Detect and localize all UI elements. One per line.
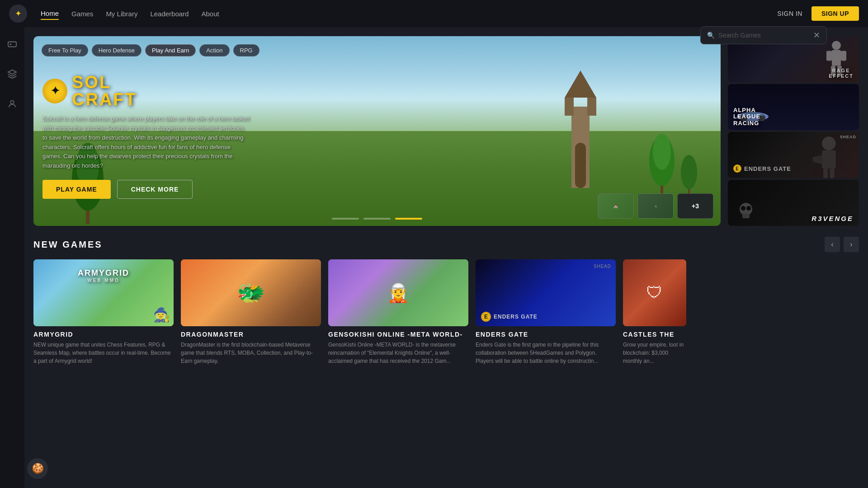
game-card-endersgate[interactable]: E ENDERS GATE 5HEAD ENDERS GATE Enders G… [476, 259, 616, 365]
dragonmaster-desc: DragonMaster is the first blockchain-bas… [181, 341, 321, 365]
gensokishi-char-icon: 🧝 [328, 259, 468, 326]
hero-description: Solcraft is a hero defense game where pl… [42, 114, 250, 171]
dragonmaster-thumb: 🐲 [181, 259, 321, 326]
new-games-title: NEW GAMES [33, 239, 103, 250]
svg-rect-29 [742, 214, 750, 218]
nav-links: Home Games My Library Leaderboard About [41, 8, 750, 20]
hero-dot-3[interactable] [395, 218, 422, 220]
hero-banner: Free To Play Hero Defense Play And Earn … [33, 36, 721, 226]
nav-prev-button[interactable]: ‹ [825, 237, 840, 252]
nav-next-button[interactable]: › [844, 237, 859, 252]
armygrid-sub-label: WEB MMO [78, 278, 129, 283]
enders-title-text: ENDERS GATE [744, 165, 791, 172]
nav-right: SIGN IN SIGN UP [777, 6, 859, 21]
solcraft-logo-symbol: ✦ [51, 84, 60, 97]
hero-castle-decoration [540, 70, 621, 190]
sidebar-person-icon[interactable] [4, 96, 20, 112]
svg-rect-18 [841, 51, 846, 61]
endersgate-logo-circle: E [481, 312, 491, 322]
enders-title: E ENDERS GATE [733, 164, 791, 173]
hero-dot-1[interactable] [332, 218, 359, 220]
castles-name: CASTLES THE [623, 331, 686, 338]
tag-free-to-play[interactable]: Free To Play [42, 44, 88, 56]
endersgate-desc: Enders Gate is the first game in the pip… [476, 341, 616, 365]
alpha-title: ALPHA LEAGUE RACING [733, 107, 760, 127]
revenge-bg: R3VENGE [728, 180, 859, 226]
svg-point-24 [822, 136, 836, 150]
play-game-button[interactable]: PLAY GAME [42, 180, 111, 199]
alpha-title-line3: RACING [733, 120, 760, 127]
search-input[interactable] [718, 32, 810, 39]
svg-rect-3 [565, 98, 574, 116]
dragonmaster-name: DRAGONMASTER [181, 331, 321, 338]
revenge-title: R3VENGE [811, 215, 854, 222]
game-card-gensokishi[interactable]: 🧝 GENSOKISHI ONLINE -META WORLD- GensoKi… [328, 259, 468, 365]
hero-thumb-more[interactable]: +3 [677, 193, 713, 219]
svg-rect-26 [823, 169, 828, 178]
hero-buttons: PLAY GAME CHECK MORE [42, 180, 250, 199]
cookie-button[interactable]: 🍪 [27, 458, 48, 479]
svg-point-30 [741, 206, 745, 211]
gensokishi-desc: GensoKishi Online -META WORLD- is the me… [328, 341, 468, 365]
nav-logo[interactable]: ✦ [9, 5, 27, 23]
search-icon: 🔍 [707, 32, 715, 39]
svg-marker-5 [565, 70, 596, 98]
svg-point-15 [832, 41, 841, 50]
hero-game-info: ✦ SOL CRAFT Solcraft is a hero defense g… [42, 74, 250, 199]
gensokishi-name: GENSOKISHI ONLINE -META WORLD- [328, 331, 468, 338]
topnav: ✦ Home Games My Library Leaderboard Abou… [0, 0, 868, 27]
hero-container: Free To Play Hero Defense Play And Earn … [24, 27, 868, 226]
tag-rpg[interactable]: RPG [233, 44, 259, 56]
rage-title-main: RAGE [829, 68, 854, 73]
tag-play-earn[interactable]: Play And Earn [145, 44, 196, 56]
hero-thumb-2-label: ⚔ [654, 204, 657, 208]
solcraft-title: SOL [72, 74, 137, 91]
revenge-skull-icon [737, 202, 755, 222]
game-card-castles[interactable]: 🛡 CASTLES THE Grow your empire, loot in … [623, 259, 686, 365]
nav-about[interactable]: About [201, 8, 219, 19]
enders-bg-sidebar: 5HEAD E ENDERS GATE [728, 132, 859, 178]
sidebar-game-revenge[interactable]: R3VENGE [728, 180, 859, 226]
game-card-dragonmaster[interactable]: 🐲 DRAGONMASTER DragonMaster is the first… [181, 259, 321, 365]
hero-thumb-2[interactable]: ⚔ [637, 193, 674, 219]
svg-point-11 [681, 155, 697, 189]
svg-rect-25 [822, 150, 836, 169]
nav-library[interactable]: My Library [106, 8, 137, 19]
endersgate-thumb: E ENDERS GATE 5HEAD [476, 259, 616, 326]
check-more-button[interactable]: CHECK MORE [117, 180, 193, 199]
castles-char-icon: 🛡 [623, 259, 686, 326]
new-games-section: NEW GAMES ‹ › ARMYGRID WEB MMO 🧙 [24, 226, 868, 365]
svg-rect-6 [575, 143, 586, 188]
svg-rect-17 [826, 51, 832, 61]
section-nav-buttons: ‹ › [825, 237, 859, 252]
game-card-armygrid[interactable]: ARMYGRID WEB MMO 🧙 ARMYGRID NEW unique g… [33, 259, 174, 365]
hero-thumb-2-bg: ⚔ [638, 194, 673, 218]
svg-rect-4 [587, 98, 596, 116]
sidebar-game-enders[interactable]: 5HEAD E ENDERS GATE [728, 132, 859, 178]
sidebar-controller-icon[interactable] [4, 66, 20, 82]
tag-action[interactable]: Action [199, 44, 229, 56]
tag-hero-defense[interactable]: Hero Defense [92, 44, 142, 56]
search-close-icon[interactable]: ✕ [813, 31, 820, 39]
sidebar-gamepad-icon[interactable] [4, 36, 20, 52]
svg-point-9 [653, 134, 671, 170]
left-sidebar [0, 27, 24, 488]
sidebar-game-alpha[interactable]: ALPHA LEAGUE RACING [728, 84, 859, 130]
signin-button[interactable]: SIGN IN [777, 10, 802, 17]
hero-dot-2[interactable] [363, 218, 391, 220]
rage-title-sub: EFFECT [829, 73, 854, 79]
signup-button[interactable]: SIGN UP [811, 6, 859, 21]
games-grid: ARMYGRID WEB MMO 🧙 ARMYGRID NEW unique g… [33, 259, 859, 365]
main-layout: Free To Play Hero Defense Play And Earn … [0, 27, 868, 488]
endersgate-logo-area: E ENDERS GATE [481, 312, 538, 322]
solcraft-logo-circle: ✦ [42, 79, 67, 103]
nav-games[interactable]: Games [71, 8, 93, 19]
nav-home[interactable]: Home [41, 8, 59, 20]
svg-rect-0 [8, 42, 16, 47]
armygrid-char-icon: 🧙 [153, 307, 170, 323]
hero-dots [332, 218, 422, 220]
nav-leaderboard[interactable]: Leaderboard [150, 8, 189, 19]
hero-thumb-1[interactable]: 🏰 [598, 193, 634, 219]
hero-thumb-1-label: 🏰 [613, 204, 618, 208]
enders-head-label: 5HEAD [840, 135, 856, 139]
